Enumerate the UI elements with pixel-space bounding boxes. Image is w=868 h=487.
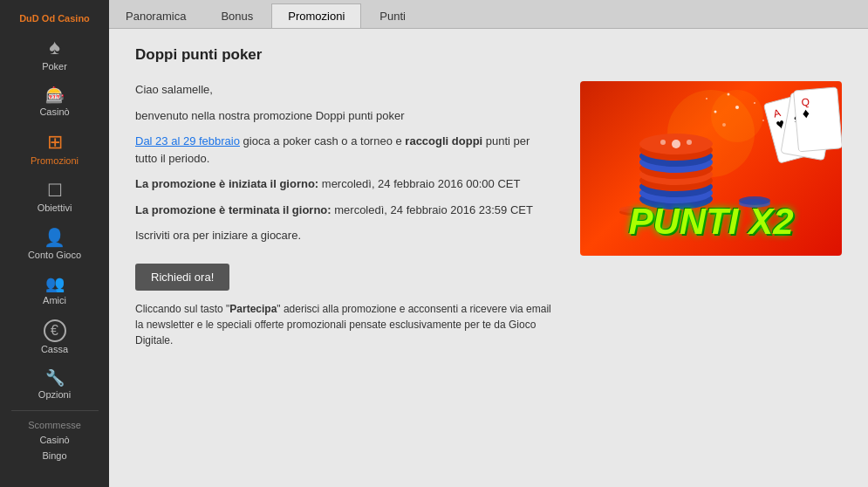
tab-punti[interactable]: Punti <box>363 3 422 28</box>
obiettivi-icon: ☐ <box>47 180 63 201</box>
body-text-1: gioca a poker cash o a torneo e <box>240 134 405 147</box>
svg-point-35 <box>780 133 783 135</box>
body-bold-text: raccogli doppi <box>405 134 482 147</box>
end-label: La promozione è terminata il giorno: <box>135 203 331 216</box>
sidebar-label-cassa: Cassa <box>41 344 68 354</box>
svg-text:♦: ♦ <box>802 106 810 121</box>
sidebar-label-promozioni: Promozioni <box>31 155 79 166</box>
punti-x2-label: PUNTI X2 <box>628 201 793 243</box>
date-range-link[interactable]: Dal 23 al 29 febbraio <box>135 134 240 147</box>
svg-point-31 <box>714 111 717 113</box>
start-value: mercoledì, 24 febbraio 2016 00:00 CET <box>318 177 520 190</box>
sidebar-item-amici[interactable]: 👥 Amici <box>0 267 109 312</box>
conto-icon: 👤 <box>44 227 65 248</box>
greeting-text: Ciao salamelle, <box>135 81 554 99</box>
svg-point-28 <box>735 106 739 109</box>
cassa-icon: € <box>44 319 66 342</box>
sidebar-item-opzioni[interactable]: 🔧 Opzioni <box>0 361 109 407</box>
opzioni-icon: 🔧 <box>45 368 65 388</box>
sidebar-label-poker: Poker <box>42 61 67 72</box>
sidebar-label-obiettivi: Obiettivi <box>38 202 72 213</box>
start-date-line: La promozione è iniziata il giorno: merc… <box>135 175 554 193</box>
poker-icon: ♠ <box>49 35 60 59</box>
sidebar-label-opzioni: Opzioni <box>38 389 71 400</box>
sidebar-sub-casino[interactable]: Casinò <box>0 432 109 448</box>
page-title: Doppi punti poker <box>135 46 842 64</box>
svg-point-21 <box>672 140 680 148</box>
sidebar-label-conto: Conto Gioco <box>28 250 81 260</box>
tab-panoramica[interactable]: Panoramica <box>109 3 202 28</box>
svg-point-22 <box>660 140 666 145</box>
svg-point-32 <box>706 98 707 99</box>
tab-bonus[interactable]: Bonus <box>204 3 270 28</box>
svg-point-29 <box>728 93 730 96</box>
end-value: mercoledì, 24 febbraio 2016 23:59 CET <box>331 203 533 216</box>
svg-point-23 <box>687 140 692 145</box>
main-content: Panoramica Bonus Promozioni Punti Doppi … <box>109 0 868 487</box>
tabs-bar: Panoramica Bonus Promozioni Punti <box>109 0 868 29</box>
logo-area: DuD Od Casino <box>19 4 90 28</box>
sidebar-item-poker[interactable]: ♠ Poker <box>0 28 109 79</box>
sidebar-label-amici: Amici <box>43 295 66 305</box>
sidebar-divider <box>11 410 99 411</box>
start-label: La promozione è iniziata il giorno: <box>135 177 318 190</box>
sidebar-item-conto-gioco[interactable]: 👤 Conto Gioco <box>0 220 109 267</box>
sidebar-item-promozioni[interactable]: ⊞ Promozioni <box>0 124 109 173</box>
amici-icon: 👥 <box>45 274 65 293</box>
sidebar-item-casino[interactable]: 🎰 Casinò <box>0 79 109 124</box>
logo-text: DuD Od Casino <box>19 14 90 24</box>
promo-image-inner: A ♥ K ♠ Q ♦ <box>580 81 842 256</box>
sidebar-sub-bingo[interactable]: Bingo <box>0 448 109 463</box>
svg-point-33 <box>762 120 764 121</box>
sidebar-label-casino: Casinò <box>39 106 69 117</box>
disclaimer-text: Cliccando sul tasto "Partecipa" aderisci… <box>135 301 554 348</box>
intro-text: benvenuto nella nostra promozione Doppi … <box>135 107 554 125</box>
promo-layout: Ciao salamelle, benvenuto nella nostra p… <box>135 81 842 357</box>
sidebar-item-cassa[interactable]: € Cassa <box>0 312 109 361</box>
tab-promozioni[interactable]: Promozioni <box>271 3 361 28</box>
svg-point-34 <box>722 123 726 127</box>
promo-text-column: Ciao salamelle, benvenuto nella nostra p… <box>135 81 554 357</box>
sidebar: DuD Od Casino ♠ Poker 🎰 Casinò ⊞ Promozi… <box>0 0 109 487</box>
highlight-line: Dal 23 al 29 febbraio gioca a poker cash… <box>135 133 554 167</box>
svg-point-1 <box>711 90 763 142</box>
promo-image: A ♥ K ♠ Q ♦ <box>580 81 842 256</box>
scommesse-label: Scommesse <box>0 415 109 432</box>
cta-sub-text: Iscriviti ora per iniziare a giocare. <box>135 227 554 244</box>
disclaimer-bold: Partecipa <box>229 303 277 315</box>
disclaimer-prefix: Cliccando sul tasto " <box>135 303 229 315</box>
richiedi-button[interactable]: Richiedi ora! <box>135 264 229 291</box>
svg-point-30 <box>754 102 755 104</box>
page-area: Doppi punti poker Ciao salamelle, benven… <box>109 29 868 487</box>
promozioni-icon: ⊞ <box>47 131 63 154</box>
end-date-line: La promozione è terminata il giorno: mer… <box>135 202 554 219</box>
sidebar-item-obiettivi[interactable]: ☐ Obiettivi <box>0 173 109 220</box>
casino-icon: 🎰 <box>45 86 65 105</box>
